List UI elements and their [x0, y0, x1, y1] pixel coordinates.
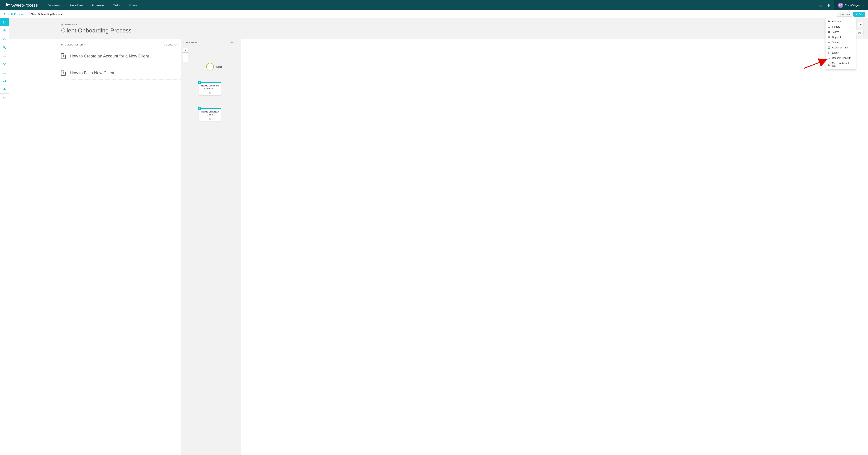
dropdown-teams[interactable]: Teams — [826, 29, 856, 34]
top-bar: SweetProcess Documents Procedures Proces… — [0, 0, 868, 10]
rail-umbrella[interactable] — [0, 60, 9, 68]
bars-icon — [3, 79, 6, 83]
rail-thumb[interactable] — [0, 35, 9, 43]
more-options-button[interactable]: ⋮ — [830, 11, 836, 17]
procedures-list: PROCEDURES LIST Collapse All ⌃ 1 How to … — [9, 39, 181, 455]
procedures-list-label: PROCEDURES LIST — [61, 43, 85, 46]
people-icon — [3, 71, 6, 74]
flow-node-1[interactable]: 1 How to Create an Account fo… ⊞ — [199, 82, 221, 96]
procedure-item-1[interactable]: 1 How to Create an Account for a New Cli… — [61, 46, 181, 63]
procedure-title: How to Create an Account for a New Clien… — [70, 54, 149, 59]
zoom-in[interactable]: + — [183, 48, 188, 53]
activity-icon — [3, 96, 6, 99]
breadcrumb-processes[interactable]: Processes — [11, 13, 26, 16]
dropdown-export[interactable]: Export — [826, 50, 856, 55]
file-icon — [828, 52, 830, 54]
zoom-out[interactable]: − — [183, 53, 188, 57]
brand-first: Sweet — [11, 3, 23, 7]
top-icons — [815, 0, 834, 10]
node-title: How to Create an Account fo… — [199, 83, 221, 91]
rail-people[interactable] — [0, 68, 9, 77]
collapse-all[interactable]: Collapse All ⌃ — [164, 43, 179, 46]
rail-badge[interactable] — [0, 85, 9, 93]
copy-icon — [3, 21, 6, 24]
procedure-item-2[interactable]: 2 How to Bill a New Client — [61, 63, 181, 80]
node-badge: 2 — [198, 107, 201, 110]
duplicate-icon — [828, 36, 830, 38]
rail-activity[interactable] — [0, 94, 9, 102]
home-link[interactable] — [3, 13, 6, 16]
rail-chat[interactable] — [0, 43, 9, 52]
dropdown-folders[interactable]: Folders — [826, 24, 856, 29]
bell-icon[interactable] — [827, 3, 830, 7]
stack-icon — [11, 13, 13, 16]
chat-icon — [3, 46, 6, 49]
rail-list[interactable] — [0, 52, 9, 60]
thumb-icon — [3, 37, 6, 41]
top-nav: Documents Procedures Processes Tasks Mor… — [43, 0, 141, 10]
start-label: Start — [216, 65, 222, 68]
tab-documents[interactable]: Documents — [43, 0, 65, 10]
home-icon — [3, 13, 6, 16]
dropdown-recycle[interactable]: Move to Recycle Bin — [826, 61, 856, 68]
crumb-sep: › — [8, 13, 9, 16]
breadcrumb-current: Client Onboarding Process — [31, 13, 62, 16]
dropdown-share[interactable]: Share — [826, 40, 856, 45]
umbrella-icon — [3, 63, 6, 66]
flow-node-2[interactable]: 2 How to Bill a New Client ⊞ — [199, 108, 221, 122]
main: PROCESS Client Onboarding Process Sta PR… — [9, 18, 868, 455]
list-icon — [3, 54, 6, 57]
print-link[interactable]: print — [230, 41, 235, 44]
user-name: Chris Odogwu — [845, 4, 860, 7]
tab-procedures[interactable]: Procedures — [65, 0, 88, 10]
rail-bars[interactable] — [0, 77, 9, 85]
crumb-sep: › — [28, 13, 28, 16]
dropdown-edit-tags[interactable]: Edit tags — [826, 19, 856, 24]
tab-tasks[interactable]: Tasks — [109, 0, 124, 10]
rail-clock[interactable] — [0, 26, 9, 35]
check-square-icon — [828, 47, 830, 49]
actions-button[interactable]: Actions — [837, 12, 852, 17]
tag-icon — [828, 20, 830, 23]
brand-logo[interactable]: SweetProcess — [0, 0, 43, 10]
node-expand[interactable]: ⊞ — [199, 117, 221, 122]
chevron-down-icon — [135, 4, 137, 6]
badge-icon — [3, 88, 6, 91]
zoom-controls: + − ⛶ — [183, 48, 188, 62]
brand-second: Process — [23, 3, 38, 7]
signature-icon — [828, 57, 830, 59]
expand-icon[interactable] — [236, 41, 239, 43]
overview-panel: OVERVIEW print + − ⛶ — [181, 39, 241, 455]
doc-icon: 2 — [61, 70, 66, 76]
page-title: Client Onboarding Process — [61, 27, 868, 34]
node-expand[interactable]: ⊞ — [199, 91, 221, 95]
rail-copy[interactable] — [0, 18, 9, 26]
cup-icon — [5, 3, 10, 8]
user-menu[interactable]: CO Chris Odogwu — [834, 0, 868, 10]
tab-more[interactable]: More — [124, 0, 141, 10]
dropdown-duplicate[interactable]: Duplicate — [826, 34, 856, 40]
bell-icon — [860, 24, 862, 26]
zoom-fit[interactable]: ⛶ — [183, 57, 188, 62]
hero: PROCESS Client Onboarding Process Sta — [9, 18, 868, 39]
dropdown-assign-task[interactable]: Assign as Task — [826, 45, 856, 50]
tab-more-label: More — [129, 4, 135, 7]
breadcrumb-bar: › Processes › Client Onboarding Process … — [0, 10, 868, 18]
procedure-title: How to Bill a New Client — [70, 70, 114, 75]
teams-icon — [828, 31, 830, 33]
start-circle-icon — [206, 63, 214, 70]
edit-button[interactable]: Edit — [854, 12, 865, 17]
trash-icon — [828, 63, 830, 66]
hero-type-label: PROCESS — [61, 23, 868, 26]
edit-label: Edit — [859, 13, 863, 16]
search-icon[interactable] — [818, 3, 822, 7]
stack-icon — [61, 23, 64, 26]
flow-start[interactable]: Start — [206, 63, 222, 70]
dropdown-sign-off[interactable]: Request Sign Off — [826, 55, 856, 61]
notify-button[interactable] — [858, 22, 864, 27]
bolt-icon — [839, 13, 841, 15]
overview-label: OVERVIEW — [184, 41, 197, 44]
folder-icon — [828, 26, 830, 28]
chevron-down-icon — [863, 4, 864, 6]
tab-processes[interactable]: Processes — [88, 0, 109, 10]
